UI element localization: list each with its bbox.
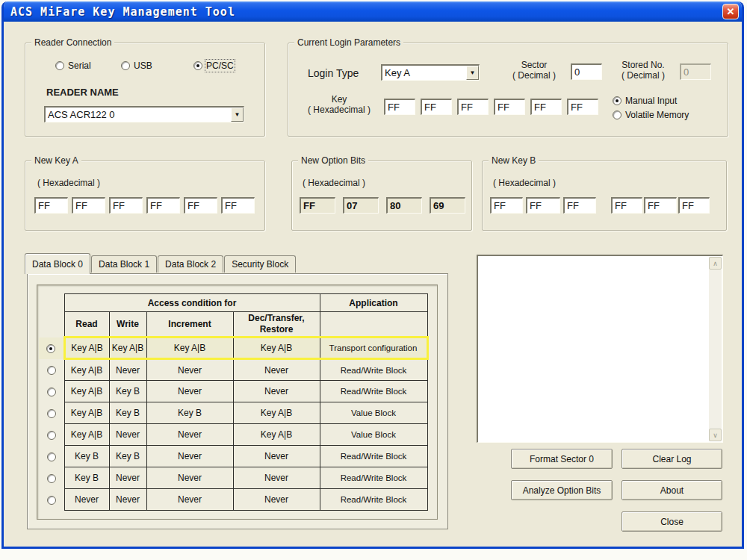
- table-row: Never Never Never Never Read/Write Block: [39, 489, 427, 511]
- cell-dec: Never: [233, 467, 320, 489]
- row-radio-1[interactable]: [46, 344, 55, 353]
- cell-read: Key A|B: [64, 424, 109, 446]
- close-button[interactable]: Close: [622, 511, 722, 532]
- reader-name-combobox[interactable]: ACS ACR122 0 ▼: [44, 106, 244, 122]
- key-hex-label: Key ( Hexadecimal ): [299, 94, 379, 115]
- new-key-b-input-4[interactable]: [611, 197, 642, 214]
- radio-volatile-circle[interactable]: [613, 111, 622, 119]
- row-radio-4[interactable]: [47, 409, 56, 418]
- radio-usb-circle[interactable]: [121, 61, 130, 70]
- cell-application: Value Block: [320, 402, 427, 424]
- login-key-input-5[interactable]: [530, 99, 562, 115]
- new-key-a-input-3[interactable]: [109, 197, 143, 214]
- option-bits-input-3: [386, 197, 422, 214]
- cell-application: Read/Write Block: [320, 446, 427, 467]
- col-application-empty: [320, 312, 427, 337]
- new-key-b-input-2[interactable]: [526, 197, 560, 214]
- cell-application: Read/Write Block: [320, 489, 427, 511]
- radio-volatile-label: Volatile Memory: [625, 110, 689, 120]
- login-key-input-4[interactable]: [494, 99, 525, 115]
- cell-read: Key B: [64, 467, 109, 489]
- table-row: Key A|B Never Never Key A|B Value Block: [39, 424, 427, 446]
- dialog-content: Reader Connection Serial USB PC/SC READE…: [4, 22, 742, 547]
- new-key-a-input-6[interactable]: [221, 197, 255, 214]
- cell-dec: Never: [233, 381, 320, 402]
- radio-serial[interactable]: Serial: [55, 60, 91, 71]
- cell-increment: Key A|B: [146, 337, 233, 359]
- new-key-b-input-5[interactable]: [644, 197, 677, 214]
- sector-input[interactable]: [571, 63, 602, 80]
- tab-data-block-1[interactable]: Data Block 1: [91, 255, 157, 273]
- clear-log-button[interactable]: Clear Log: [622, 449, 722, 469]
- new-key-b-input-6[interactable]: [678, 197, 710, 214]
- cell-increment: Never: [146, 489, 233, 511]
- app-window: ACS MiFare Key Management Tool ✕ Reader …: [1, 1, 744, 549]
- cell-write: Never: [109, 467, 146, 489]
- new-key-b-input-1[interactable]: [490, 197, 523, 214]
- new-key-a-input-5[interactable]: [184, 197, 217, 214]
- new-key-a-input-1[interactable]: [34, 197, 68, 214]
- close-icon[interactable]: ✕: [722, 4, 739, 19]
- analyze-option-bits-button[interactable]: Analyze Option Bits: [511, 480, 613, 500]
- tab-data-block-2[interactable]: Data Block 2: [158, 255, 223, 273]
- log-output[interactable]: ∧ ∨: [477, 255, 723, 443]
- scroll-up-icon[interactable]: ∧: [709, 257, 722, 270]
- tab-data-block-0[interactable]: Data Block 0: [25, 253, 90, 274]
- cell-dec: Never: [233, 489, 320, 511]
- format-sector-button[interactable]: Format Sector 0: [511, 449, 613, 469]
- radio-manual-input[interactable]: Manual Input: [613, 96, 677, 106]
- row-radio-2[interactable]: [47, 366, 56, 375]
- cell-read: Key A|B: [64, 337, 109, 359]
- access-condition-table: Access condition for Application Read Wr…: [39, 293, 429, 511]
- cell-increment: Never: [146, 359, 233, 381]
- new-key-a-input-2[interactable]: [72, 197, 105, 214]
- login-key-input-1[interactable]: [384, 99, 415, 115]
- new-key-b-hex-label: ( Hexadecimal ): [493, 178, 556, 188]
- radio-serial-circle[interactable]: [55, 61, 64, 70]
- row-radio-5[interactable]: [47, 431, 56, 440]
- radio-volatile-memory[interactable]: Volatile Memory: [613, 110, 689, 120]
- reader-connection-title: Reader Connection: [31, 37, 114, 48]
- radio-pcsc-circle[interactable]: [193, 61, 202, 70]
- about-button[interactable]: About: [622, 480, 722, 500]
- window-title: ACS MiFare Key Management Tool: [1, 5, 235, 19]
- col-write: Write: [109, 312, 146, 337]
- radio-manual-circle[interactable]: [613, 96, 622, 105]
- cell-read: Key B: [64, 446, 109, 467]
- new-key-a-title: New Key A: [31, 155, 81, 166]
- chevron-down-icon[interactable]: ▼: [231, 108, 244, 122]
- new-key-b-title: New Key B: [489, 155, 539, 166]
- row-radio-8[interactable]: [47, 496, 56, 505]
- table-row: Key A|B Key B Never Never Read/Write Blo…: [39, 381, 427, 402]
- row-radio-3[interactable]: [47, 388, 56, 396]
- cell-write: Key B: [109, 402, 146, 424]
- cell-write: Key B: [109, 446, 146, 467]
- scroll-down-icon[interactable]: ∨: [709, 429, 722, 441]
- new-key-a-input-4[interactable]: [146, 197, 180, 214]
- login-key-input-6[interactable]: [567, 99, 598, 115]
- stored-no-input: [680, 63, 711, 80]
- login-key-input-3[interactable]: [457, 99, 489, 115]
- row-radio-7[interactable]: [47, 474, 56, 483]
- log-scrollbar[interactable]: ∧ ∨: [709, 257, 722, 441]
- table-row: Key A|B Never Never Never Read/Write Blo…: [39, 359, 427, 381]
- cell-read: Never: [64, 489, 109, 511]
- radio-pcsc[interactable]: PC/SC: [193, 60, 234, 71]
- tab-security-block[interactable]: Security Block: [224, 255, 296, 273]
- access-table-frame: Access condition for Application Read Wr…: [37, 284, 438, 520]
- option-bits-input-4: [430, 197, 465, 214]
- cell-dec: Key A|B: [233, 337, 320, 359]
- radio-usb[interactable]: USB: [121, 60, 152, 71]
- login-type-value: Key A: [385, 67, 410, 78]
- table-row: Key B Key B Never Never Read/Write Block: [39, 446, 427, 467]
- title-bar[interactable]: ACS MiFare Key Management Tool ✕: [1, 1, 744, 22]
- table-row: Key A|B Key A|B Key A|B Key A|B Transpor…: [39, 337, 427, 359]
- reader-name-value: ACS ACR122 0: [48, 109, 115, 120]
- row-radio-6[interactable]: [47, 452, 56, 461]
- login-type-combobox[interactable]: Key A ▼: [381, 64, 480, 81]
- new-key-b-input-3[interactable]: [563, 197, 596, 214]
- chevron-down-icon[interactable]: ▼: [466, 66, 479, 80]
- login-key-input-2[interactable]: [421, 99, 452, 115]
- reader-name-label: READER NAME: [46, 87, 119, 98]
- cell-read: Key A|B: [64, 359, 109, 381]
